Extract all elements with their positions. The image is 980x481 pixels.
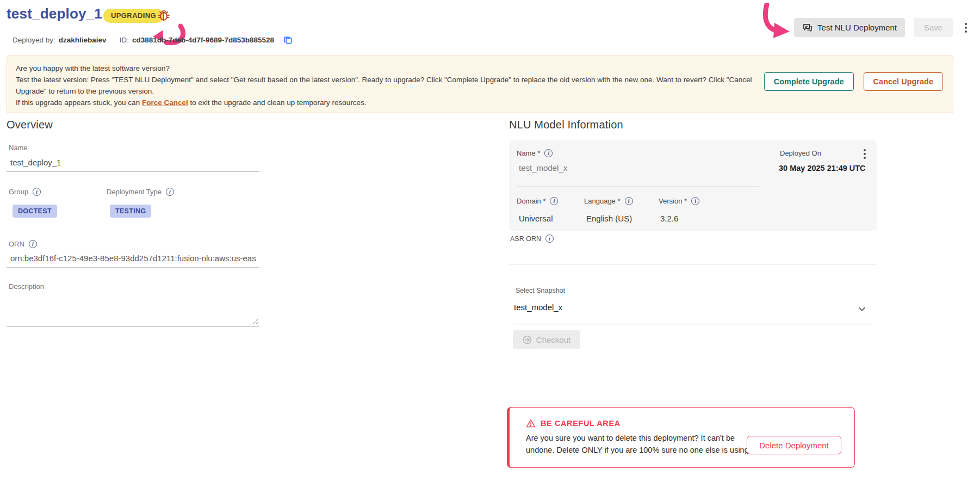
select-snapshot-dropdown[interactable]: test_model_x <box>513 300 872 324</box>
info-icon[interactable]: i <box>691 197 699 205</box>
model-name-value: test_model_x <box>519 163 567 172</box>
info-icon[interactable]: i <box>33 188 41 196</box>
danger-zone-message: Are you sure you want to delete this dep… <box>526 433 757 456</box>
orn-label: ORN i <box>9 240 37 248</box>
overview-heading: Overview <box>7 119 53 131</box>
model-name-label: Name * i <box>517 149 553 157</box>
page-title: test_deploy_1 <box>7 5 102 22</box>
description-textarea[interactable] <box>7 291 259 326</box>
banner-line3-suffix: to exit the upgrade and clean up tempora… <box>188 98 367 107</box>
deployment-meta: Deployed by: dzakhliebaiev ID: cd3881db-… <box>13 35 293 45</box>
test-nlu-deployment-button[interactable]: Test NLU Deployment <box>794 18 905 37</box>
save-button[interactable]: Save <box>914 18 953 37</box>
danger-zone-card: BE CAREFUL AREA Are you sure you want to… <box>507 407 855 468</box>
danger-zone-title: BE CAREFUL AREA <box>526 418 621 428</box>
select-snapshot-label: Select Snapshot <box>516 287 565 294</box>
test-nlu-deployment-label: Test NLU Deployment <box>817 23 897 32</box>
nlu-model-card: Name * i Deployed On test_model_x 30 May… <box>509 140 877 231</box>
chevron-down-icon <box>858 305 866 313</box>
delete-deployment-button[interactable]: Delete Deployment <box>747 436 841 454</box>
info-icon[interactable]: i <box>166 188 174 196</box>
description-label: Description <box>9 282 44 291</box>
id-value: cd3881db-7deb-4d7f-9689-7d853b885528 <box>132 36 274 44</box>
deployment-detail-page: test_deploy_1 UPGRADING Deployed by: dza… <box>0 0 980 481</box>
info-icon[interactable]: i <box>29 240 37 248</box>
resize-handle-icon[interactable] <box>253 319 258 324</box>
domain-label: Domain * i <box>517 197 558 205</box>
info-icon[interactable]: i <box>545 235 554 243</box>
deployed-by-value: dzakhliebaiev <box>59 36 107 44</box>
warning-icon <box>526 418 536 428</box>
chat-icon <box>802 22 812 33</box>
upgrade-banner: Are you happy with the latest software v… <box>7 55 953 113</box>
version-value: 3.2.6 <box>660 214 678 223</box>
group-value-badge: DOCTEST <box>13 205 57 218</box>
header-kebab-menu[interactable] <box>962 21 970 35</box>
info-icon[interactable]: i <box>550 197 558 205</box>
model-name-underline <box>517 186 759 187</box>
banner-line1: Are you happy with the latest software v… <box>16 63 755 74</box>
force-cancel-link[interactable]: Force Cancel <box>142 98 188 107</box>
checkout-arrow-icon <box>523 335 532 344</box>
asr-orn-input[interactable] <box>509 251 877 265</box>
group-label: Group i <box>9 188 41 196</box>
banner-line3: If this upgrade appears stuck, you can F… <box>16 97 755 108</box>
annotation-arrow-to-test-button <box>759 3 791 39</box>
info-icon[interactable]: i <box>544 149 553 157</box>
deployed-on-value: 30 May 2025 21:49 UTC <box>779 164 866 172</box>
checkout-button[interactable]: Checkout <box>513 330 580 349</box>
info-icon[interactable]: i <box>625 197 633 205</box>
name-label: Name <box>9 144 28 152</box>
header-actions: Test NLU Deployment Save <box>794 18 970 37</box>
id-label: ID: <box>120 36 129 44</box>
complete-upgrade-button[interactable]: Complete Upgrade <box>764 72 854 91</box>
banner-line2: Test the latest version: Press "TEST NLU… <box>16 74 755 97</box>
name-input[interactable] <box>7 158 259 172</box>
deployment-type-label: Deployment Type i <box>107 188 174 196</box>
deployed-on-label: Deployed On <box>780 149 821 157</box>
deployed-by-label: Deployed by: <box>13 36 55 44</box>
deployment-type-value-badge: TESTING <box>110 205 151 218</box>
nlu-model-heading: NLU Model Information <box>509 119 623 131</box>
copy-icon[interactable] <box>283 35 293 45</box>
asr-orn-label: ASR ORN i <box>510 235 554 243</box>
status-badge: UPGRADING <box>103 9 164 23</box>
language-value: English (US) <box>586 214 632 223</box>
select-snapshot-value: test_model_x <box>514 303 562 312</box>
version-label: Version * i <box>659 197 699 205</box>
language-label: Language * i <box>584 197 633 205</box>
cancel-upgrade-button[interactable]: Cancel Upgrade <box>864 72 943 91</box>
banner-actions: Complete Upgrade Cancel Upgrade <box>764 72 943 91</box>
banner-line3-prefix: If this upgrade appears stuck, you can <box>16 98 142 107</box>
orn-input[interactable] <box>7 254 259 268</box>
model-card-kebab-menu[interactable] <box>860 147 869 161</box>
domain-value: Universal <box>519 214 553 223</box>
bug-icon <box>157 9 170 22</box>
checkout-label: Checkout <box>536 335 570 344</box>
